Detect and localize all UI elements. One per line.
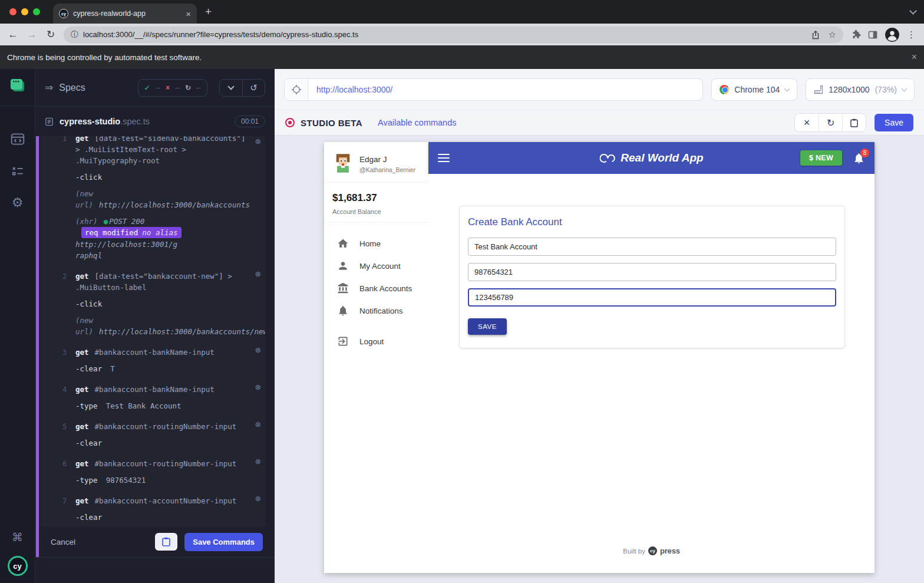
available-commands-link[interactable]: Available commands: [378, 118, 457, 127]
command-step: -click: [75, 298, 265, 309]
cypress-logo-icon[interactable]: cy: [8, 556, 28, 576]
restart-tests-icon[interactable]: ↺: [242, 80, 265, 96]
command-row[interactable]: 1get[data-test="sidenav-bankaccounts"] >…: [39, 136, 265, 266]
form-save-button[interactable]: SAVE: [468, 318, 507, 335]
command-body: get[data-test="bankaccount-new"] > .MuiB…: [75, 271, 265, 337]
save-commands-button[interactable]: Save Commands: [184, 533, 263, 551]
command-step: -click: [75, 172, 250, 183]
sidebar-item-my-account[interactable]: My Account: [324, 255, 428, 277]
keyboard-shortcuts-icon[interactable]: ⌘: [12, 529, 23, 545]
selector-playground-icon[interactable]: [285, 79, 308, 100]
cancel-button[interactable]: Cancel: [51, 538, 75, 546]
stat-fail-icon: ×: [166, 84, 170, 92]
studio-beta-label: STUDIO BETA: [301, 118, 362, 128]
command-selector: #bankaccount-routingNumber-input: [95, 422, 237, 431]
hamburger-menu-icon[interactable]: [438, 154, 450, 162]
tab-close-icon[interactable]: ×: [186, 9, 191, 19]
specs-collapse-icon[interactable]: ⇒: [45, 81, 53, 94]
tab-search-chevron-icon[interactable]: [909, 7, 917, 15]
studio-close-icon[interactable]: ×: [795, 114, 819, 131]
user-avatar: [332, 153, 354, 174]
remove-command-icon[interactable]: ⊗: [255, 495, 260, 503]
cypress-app-icon[interactable]: [9, 77, 27, 95]
specs-code-window-icon[interactable]: [10, 131, 25, 147]
remove-command-icon[interactable]: ⊗: [255, 270, 260, 279]
command-line: get#bankaccount-bankName-input: [75, 347, 250, 358]
command-number: 5: [39, 421, 75, 449]
sidebar-item-home[interactable]: Home: [324, 232, 428, 255]
remove-command-icon[interactable]: ⊗: [255, 346, 260, 355]
side-panel-icon[interactable]: [868, 30, 877, 39]
reload-icon[interactable]: ↻: [42, 28, 59, 41]
site-info-icon[interactable]: ⓘ: [71, 29, 78, 40]
sidebar-item-notifications[interactable]: Notifications: [324, 299, 428, 322]
sidebar-item-logout[interactable]: Logout: [324, 330, 428, 353]
command-method: get: [75, 496, 89, 505]
remove-command-icon[interactable]: ⊗: [255, 383, 260, 392]
sidebar-item-label: My Account: [359, 262, 401, 271]
bookmark-star-icon[interactable]: ☆: [829, 29, 836, 40]
command-row[interactable]: 5get#bankaccount-routingNumber-input-cle…: [39, 416, 265, 453]
routing-number-input[interactable]: [468, 263, 836, 281]
command-body: get#bankaccount-bankName-input-typeTest …: [75, 384, 250, 411]
cypress-sidebar-rail: ⚙ ⌘ cy: [0, 69, 35, 583]
studio-restart-icon[interactable]: ↻: [819, 114, 842, 131]
command-method: get: [75, 272, 89, 281]
forward-icon[interactable]: →: [24, 29, 40, 41]
bank-icon: [337, 282, 349, 294]
cypress-footer-wordmark: press: [660, 546, 680, 555]
rail-divider: [0, 106, 35, 106]
remove-command-icon[interactable]: ⊗: [255, 457, 260, 466]
extensions-puzzle-icon[interactable]: [852, 30, 861, 39]
home-icon: [337, 238, 349, 249]
browser-menu-icon[interactable]: ⋮: [907, 29, 916, 40]
infobar-close-icon[interactable]: ×: [912, 52, 917, 62]
rwa-content: Create Bank Account SAVE Built by cy pre…: [428, 174, 874, 573]
collapse-all-chevron-icon[interactable]: [220, 80, 242, 96]
browser-tab[interactable]: cy cypress-realworld-app ×: [53, 4, 197, 24]
close-window-button[interactable]: [9, 8, 16, 15]
sidebar-item-bank-accounts[interactable]: Bank Accounts: [324, 277, 428, 299]
settings-gear-icon[interactable]: ⚙: [12, 195, 24, 211]
command-method: get: [75, 136, 89, 143]
spec-file-row[interactable]: cypress-studio.spec.ts 00:01: [35, 107, 275, 136]
xhr-label: (xhr): [75, 217, 98, 226]
command-new-url: (new url)http://localhost:3000/bankaccou…: [75, 188, 250, 210]
command-step-value: 987654321: [106, 476, 146, 485]
command-step-name: -type: [75, 401, 98, 410]
address-url[interactable]: localhost:3000/__/#/specs/runner?file=cy…: [83, 30, 806, 39]
bank-name-input[interactable]: [468, 238, 836, 256]
remove-command-icon[interactable]: ⊗: [255, 420, 260, 429]
viewport-select[interactable]: 1280x1000 (73%): [806, 78, 915, 101]
command-row[interactable]: 2get[data-test="bankaccount-new"] > .Mui…: [39, 266, 265, 342]
copy-commands-button[interactable]: [155, 533, 177, 551]
command-row[interactable]: 6get#bankaccount-routingNumber-input-typ…: [39, 453, 265, 490]
command-row[interactable]: 4get#bankaccount-bankName-input-typeTest…: [39, 379, 265, 416]
minimize-window-button[interactable]: [21, 8, 28, 15]
new-transaction-button[interactable]: $ NEW: [800, 150, 842, 166]
studio-save-button[interactable]: Save: [874, 114, 913, 131]
browser-select[interactable]: Chrome 104: [711, 78, 797, 101]
command-row[interactable]: 7get#bankaccount-accountNumber-input-cle…: [39, 490, 265, 526]
back-icon[interactable]: ←: [5, 29, 21, 41]
studio-copy-icon[interactable]: [842, 114, 866, 131]
remove-command-icon[interactable]: ⊗: [255, 137, 260, 146]
share-icon[interactable]: [811, 30, 820, 39]
user-handle: @Katharina_Bernier: [359, 166, 415, 173]
stat-value: --: [156, 84, 160, 92]
runs-list-icon[interactable]: [10, 163, 25, 179]
cypress-footer-icon: cy: [648, 546, 657, 555]
aut-url[interactable]: http://localhost:3000/: [308, 79, 401, 100]
maximize-window-button[interactable]: [33, 8, 40, 15]
profile-avatar-icon[interactable]: [885, 27, 900, 42]
stat-value: --: [175, 84, 180, 92]
xhr-status: POST 200: [109, 217, 144, 226]
account-number-input[interactable]: [468, 288, 836, 307]
new-tab-button[interactable]: +: [205, 6, 212, 17]
bell-icon: [337, 305, 349, 317]
address-bar[interactable]: ⓘ localhost:3000/__/#/specs/runner?file=…: [64, 27, 843, 43]
notifications-bell-icon[interactable]: 8: [853, 152, 865, 164]
specs-panel: ⇒ Specs ✓--×--↻-- ↺ cypress-studio.spec.…: [35, 69, 275, 583]
command-row[interactable]: 3get#bankaccount-bankName-input-clearT⊗: [39, 342, 265, 379]
studio-active-strip: [36, 136, 39, 557]
